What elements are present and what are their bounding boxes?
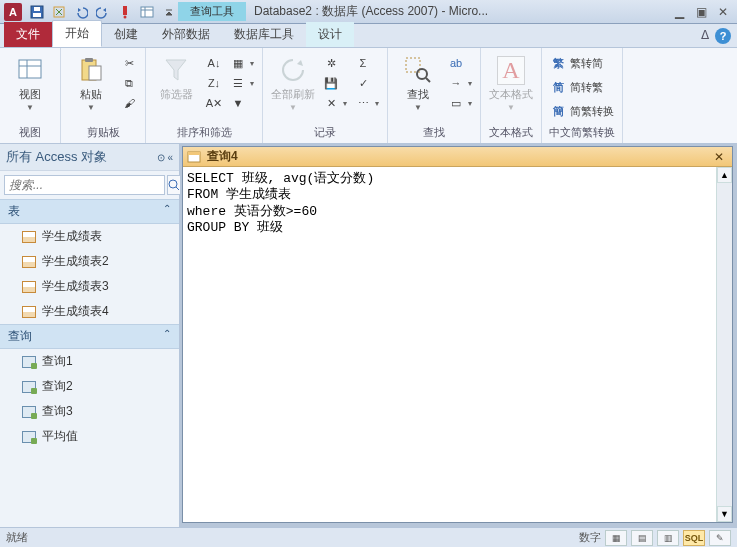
save-record-button[interactable]: 💾 <box>321 74 349 92</box>
nav-table-item[interactable]: 学生成绩表 <box>0 224 179 249</box>
qat-more-icon[interactable] <box>160 3 178 21</box>
tab-file[interactable]: 文件 <box>4 22 52 47</box>
goto-icon: → <box>448 75 464 91</box>
save-icon[interactable] <box>28 3 46 21</box>
nav-section-queries[interactable]: 查询⌃ <box>0 324 179 349</box>
title-bar: A 查询工具 Database2 : 数据库 (Access 2007) - M… <box>0 0 737 24</box>
close-icon[interactable]: ✕ <box>715 5 731 19</box>
nav-search-go-button[interactable] <box>167 175 181 195</box>
svg-rect-4 <box>123 6 127 15</box>
cut-button[interactable]: ✂ <box>119 54 139 72</box>
tab-create[interactable]: 创建 <box>102 22 150 47</box>
group-clipboard-label: 剪贴板 <box>67 124 139 141</box>
tab-design[interactable]: 设计 <box>306 22 354 47</box>
scroll-down-icon[interactable]: ▼ <box>717 506 732 522</box>
svg-rect-13 <box>85 58 93 62</box>
nav-query-item[interactable]: 平均值 <box>0 424 179 449</box>
run-icon[interactable] <box>116 3 134 21</box>
save-record-icon: 💾 <box>323 75 339 91</box>
copy-icon: ⧉ <box>121 75 137 91</box>
view-datasheet-button[interactable]: ▦ <box>605 530 627 546</box>
scroll-up-icon[interactable]: ▲ <box>717 167 732 183</box>
redo-icon[interactable] <box>94 3 112 21</box>
new-record-icon: ✲ <box>323 55 339 71</box>
toggle-filter-button[interactable]: ▼ <box>228 94 256 112</box>
copy-button[interactable]: ⧉ <box>119 74 139 92</box>
text-format-button[interactable]: A 文本格式▼ <box>487 54 535 113</box>
group-chinese-conversion: 繁繁转简 简简转繁 簡简繁转换 中文简繁转换 <box>542 48 623 143</box>
trad-to-simp-button[interactable]: 繁繁转简 <box>548 54 616 72</box>
new-record-button[interactable]: ✲ <box>321 54 349 72</box>
group-records: 全部刷新▼ ✲ 💾 ✕▾ Σ ✓ ⋯▾ 记录 <box>263 48 388 143</box>
minimize-icon[interactable]: ▁ <box>671 5 687 19</box>
view-design-button[interactable]: ✎ <box>709 530 731 546</box>
nav-table-item[interactable]: 学生成绩表2 <box>0 249 179 274</box>
query-window-close-icon[interactable]: ✕ <box>710 150 728 164</box>
totals-button[interactable]: Σ <box>353 54 381 72</box>
selection-filter-button[interactable]: ▦▾ <box>228 54 256 72</box>
app-icon: A <box>4 3 22 21</box>
view-icon <box>14 54 46 86</box>
goto-button[interactable]: →▾ <box>446 74 474 92</box>
dropdown-arrow-icon: ▼ <box>87 103 95 112</box>
filter-icon <box>160 54 192 86</box>
nav-collapse-icon[interactable]: ⊙ « <box>157 152 173 163</box>
compact-repair-icon[interactable] <box>50 3 68 21</box>
undo-icon[interactable] <box>72 3 90 21</box>
chinese-convert-button[interactable]: 簡简繁转换 <box>548 102 616 120</box>
tab-database-tools[interactable]: 数据库工具 <box>222 22 306 47</box>
minimize-ribbon-icon[interactable]: ᐃ <box>701 28 709 44</box>
group-sortfilter-label: 排序和筛选 <box>152 124 256 141</box>
section-collapse-icon: ⌃ <box>163 203 171 220</box>
clear-sort-button[interactable]: A✕ <box>204 94 224 112</box>
simp-to-trad-button[interactable]: 简简转繁 <box>548 78 616 96</box>
svg-point-5 <box>124 15 127 18</box>
nav-search-input[interactable] <box>4 175 165 195</box>
query-icon <box>22 356 36 368</box>
advanced-filter-button[interactable]: ☰▾ <box>228 74 256 92</box>
replace-button[interactable]: ab <box>446 54 474 72</box>
view-button-label: 视图 <box>19 88 41 100</box>
query-window-titlebar[interactable]: 查询4 ✕ <box>183 147 732 167</box>
nav-pane-header[interactable]: 所有 Access 对象 ⊙ « <box>0 144 179 171</box>
sql-editor[interactable]: SELECT 班级, avg(语文分数) FROM 学生成绩表 where 英语… <box>183 167 716 522</box>
find-button[interactable]: 查找▼ <box>394 54 442 113</box>
view-sql-button[interactable]: SQL <box>683 530 705 546</box>
chinese-convert-icon: 簡 <box>550 103 566 119</box>
sort-asc-icon: A↓ <box>206 55 222 71</box>
more-records-button[interactable]: ⋯▾ <box>353 94 381 112</box>
restore-icon[interactable]: ▣ <box>693 5 709 19</box>
dropdown-arrow-icon: ▼ <box>26 103 34 112</box>
view-chart-button[interactable]: ▥ <box>657 530 679 546</box>
nav-table-item[interactable]: 学生成绩表4 <box>0 299 179 324</box>
table-icon <box>22 306 36 318</box>
nav-query-item[interactable]: 查询2 <box>0 374 179 399</box>
find-icon <box>402 54 434 86</box>
vertical-scrollbar[interactable]: ▲ ▼ <box>716 167 732 522</box>
ribbon: 视图▼ 视图 粘贴▼ ✂ ⧉ 🖌 剪贴板 筛选器 A↓ <box>0 48 737 144</box>
delete-record-button[interactable]: ✕▾ <box>321 94 349 112</box>
nav-query-item[interactable]: 查询3 <box>0 399 179 424</box>
sort-asc-button[interactable]: A↓ <box>204 54 224 72</box>
spelling-button[interactable]: ✓ <box>353 74 381 92</box>
svg-point-16 <box>417 69 427 79</box>
tab-external-data[interactable]: 外部数据 <box>150 22 222 47</box>
view-pivot-button[interactable]: ▤ <box>631 530 653 546</box>
window-controls: ▁ ▣ ✕ <box>671 5 731 19</box>
group-records-label: 记录 <box>269 124 381 141</box>
select-button[interactable]: ▭▾ <box>446 94 474 112</box>
status-ready: 就绪 <box>6 530 28 545</box>
help-icon[interactable]: ? <box>715 28 731 44</box>
view-button[interactable]: 视图▼ <box>6 54 54 113</box>
tab-home[interactable]: 开始 <box>52 20 102 47</box>
refresh-all-button[interactable]: 全部刷新▼ <box>269 54 317 113</box>
nav-query-item[interactable]: 查询1 <box>0 349 179 374</box>
filter-button[interactable]: 筛选器 <box>152 54 200 100</box>
paste-button[interactable]: 粘贴▼ <box>67 54 115 113</box>
sort-desc-button[interactable]: Z↓ <box>204 74 224 92</box>
nav-section-tables[interactable]: 表⌃ <box>0 199 179 224</box>
nav-table-item[interactable]: 学生成绩表3 <box>0 274 179 299</box>
format-painter-button[interactable]: 🖌 <box>119 94 139 112</box>
section-collapse-icon: ⌃ <box>163 328 171 345</box>
datasheet-icon[interactable] <box>138 3 156 21</box>
